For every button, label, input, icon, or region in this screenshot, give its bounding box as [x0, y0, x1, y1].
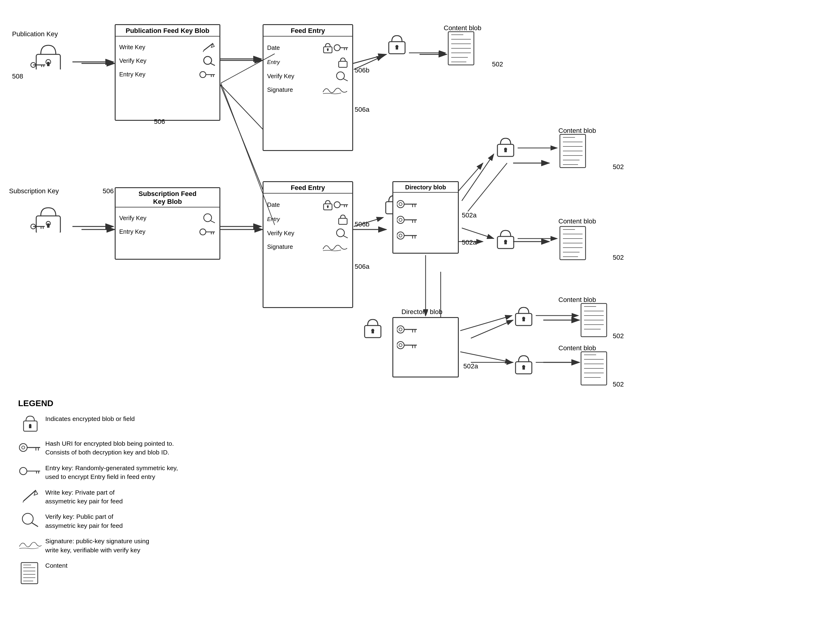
svg-line-192 [460, 316, 512, 331]
content-blob-4-ref: 502 [613, 332, 624, 340]
svg-point-94 [397, 201, 404, 208]
feed-entry-bot-506b: 506b [355, 220, 369, 228]
dir-blob-2-box [392, 317, 459, 378]
svg-point-104 [397, 232, 404, 239]
svg-rect-111 [504, 241, 507, 244]
feed-entry-top-title: Feed Entry [264, 25, 352, 36]
write-key-pencil-icon [202, 42, 216, 52]
svg-point-157 [22, 446, 25, 449]
dir-top-502a-2: 502a [462, 239, 477, 247]
publication-key-label: Publication Key [12, 30, 58, 38]
feed-bot-verify-label: Verify Key [267, 230, 335, 237]
content-4-doc-icon [579, 302, 613, 341]
svg-line-15 [471, 320, 513, 338]
pub-feed-blob-ref: 506 [154, 118, 165, 126]
legend-signature-text: Signature: public-key signature usingwri… [45, 537, 149, 555]
content-blob-top-lock [386, 33, 407, 55]
dir-blob-2-label: Directory blob [401, 308, 442, 316]
legend-signature-icon [18, 537, 42, 552]
sub-feed-blob-box: Subscription FeedKey Blob Verify Key Ent… [115, 187, 220, 260]
publication-key-ref: 508 [12, 73, 23, 80]
diagram: Publication Key 508 Publication Feed Key… [0, 0, 840, 629]
svg-point-84 [334, 202, 340, 208]
feed-top-entry-label: Entry [267, 59, 337, 66]
svg-line-165 [24, 490, 36, 501]
feed-entry-bottom-title: Feed Entry [264, 182, 352, 194]
legend-hashkey-text: Hash URI for encrypted blob being pointe… [45, 439, 174, 457]
legend-item-signature: Signature: public-key signature usingwri… [18, 537, 229, 555]
feed-top-sig-label: Signature [267, 86, 321, 93]
feed-bot-entry-key-icon [333, 199, 349, 210]
content-blob-4-doc [579, 302, 613, 343]
sub-key-icon [30, 205, 66, 234]
legend-verifykey-icon [18, 512, 42, 527]
svg-point-120 [397, 326, 404, 333]
feed-bot-sig-icon [321, 242, 349, 252]
content-2-doc-icon [558, 133, 592, 172]
feed-bot-entry-lock-icon [337, 213, 349, 225]
svg-rect-83 [327, 206, 328, 208]
content-blob-top-doc [447, 30, 480, 71]
content-blob-3-ref: 502 [613, 254, 624, 261]
svg-line-31 [211, 63, 215, 66]
svg-rect-155 [29, 425, 32, 428]
svg-line-169 [32, 523, 38, 526]
pub-feed-blob-title: Publication Feed Key Blob [115, 25, 219, 36]
content-top-doc-icon [447, 30, 480, 70]
feed-bot-entry-label: Entry [267, 216, 337, 223]
sub-key-lock-icon [30, 205, 66, 232]
content-blob-3-label: Content blob [558, 217, 596, 225]
svg-point-103 [399, 218, 402, 221]
feed-top-date-label: Date [267, 44, 322, 51]
svg-point-168 [22, 514, 33, 524]
publication-key-icon [30, 42, 66, 71]
content-5-doc-icon [579, 350, 613, 390]
svg-point-30 [204, 57, 212, 64]
dir-2-lock-icon [362, 317, 383, 338]
legend-item-writekey: Write key: Private part ofassymetric key… [18, 488, 229, 506]
legend-lock-icon [18, 414, 42, 432]
feed-entry-bot-506a: 506a [355, 263, 369, 270]
svg-point-32 [200, 71, 206, 77]
dir-2-502a: 502a [463, 362, 478, 370]
feed-entry-top-box: Feed Entry Date [262, 24, 353, 151]
svg-rect-43 [339, 61, 347, 67]
legend-writekey-text: Write key: Private part ofassymetric key… [45, 488, 123, 506]
svg-line-76 [211, 221, 215, 223]
feed-bot-verify-icon [335, 228, 349, 239]
svg-rect-70 [47, 223, 49, 228]
legend-entrykey-text: Entry key: Randomly-generated symmetric … [45, 463, 178, 481]
svg-rect-48 [396, 46, 398, 49]
svg-rect-22 [47, 62, 49, 66]
pub-verify-key-label: Verify Key [119, 57, 202, 64]
svg-point-98 [399, 202, 402, 205]
pub-entry-key-icon [199, 69, 216, 80]
svg-rect-145 [523, 367, 525, 370]
content-blob-4-lock [513, 305, 534, 327]
dir-top-key1-icon [397, 198, 418, 211]
content-blob-2-ref: 502 [613, 163, 624, 171]
feed-bot-date-lock-icon [322, 199, 333, 210]
svg-line-193 [460, 352, 512, 362]
content-blob-2-doc [558, 133, 592, 173]
svg-point-99 [397, 216, 404, 223]
content-blob-3-lock [495, 228, 516, 250]
svg-rect-170 [21, 563, 38, 584]
dir-2-key2-icon [397, 339, 418, 352]
dir-top-key2-icon [397, 214, 418, 226]
svg-point-161 [20, 468, 27, 475]
content-3-doc-icon [558, 225, 592, 264]
feed-bot-sig-label: Signature [267, 243, 321, 250]
svg-line-11 [468, 163, 507, 212]
svg-point-108 [399, 234, 402, 237]
svg-point-39 [334, 45, 340, 51]
svg-line-90 [344, 236, 348, 238]
feed-entry-top-506a: 506a [355, 106, 369, 114]
content-blob-2-lock [495, 136, 516, 158]
legend-item-entrykey: Entry key: Randomly-generated symmetric … [18, 463, 229, 481]
svg-point-125 [397, 341, 404, 349]
svg-rect-135 [523, 318, 525, 321]
legend-item-content: Content [18, 561, 229, 585]
content-3-lock-icon [495, 228, 516, 249]
sub-feed-blob-ref: 506 [103, 187, 114, 195]
